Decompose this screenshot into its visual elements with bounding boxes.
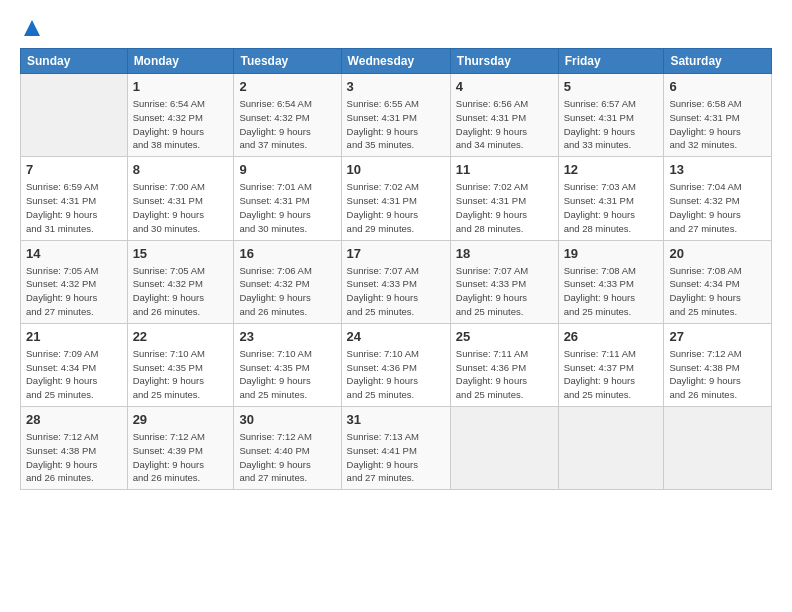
calendar-cell: 9Sunrise: 7:01 AM Sunset: 4:31 PM Daylig… — [234, 157, 341, 240]
day-number: 30 — [239, 411, 335, 429]
day-number: 12 — [564, 161, 659, 179]
day-header-sunday: Sunday — [21, 49, 128, 74]
calendar-cell: 18Sunrise: 7:07 AM Sunset: 4:33 PM Dayli… — [450, 240, 558, 323]
logo — [20, 18, 42, 38]
calendar-week-1: 1Sunrise: 6:54 AM Sunset: 4:32 PM Daylig… — [21, 74, 772, 157]
day-info: Sunrise: 7:12 AM Sunset: 4:39 PM Dayligh… — [133, 430, 229, 485]
day-number: 8 — [133, 161, 229, 179]
day-number: 27 — [669, 328, 766, 346]
day-info: Sunrise: 6:56 AM Sunset: 4:31 PM Dayligh… — [456, 97, 553, 152]
calendar-cell: 26Sunrise: 7:11 AM Sunset: 4:37 PM Dayli… — [558, 323, 664, 406]
day-info: Sunrise: 6:59 AM Sunset: 4:31 PM Dayligh… — [26, 180, 122, 235]
day-number: 29 — [133, 411, 229, 429]
calendar-cell: 15Sunrise: 7:05 AM Sunset: 4:32 PM Dayli… — [127, 240, 234, 323]
day-number: 16 — [239, 245, 335, 263]
day-info: Sunrise: 7:08 AM Sunset: 4:33 PM Dayligh… — [564, 264, 659, 319]
calendar-cell — [21, 74, 128, 157]
calendar-cell: 11Sunrise: 7:02 AM Sunset: 4:31 PM Dayli… — [450, 157, 558, 240]
svg-marker-0 — [24, 20, 40, 36]
calendar-cell: 20Sunrise: 7:08 AM Sunset: 4:34 PM Dayli… — [664, 240, 772, 323]
day-number: 15 — [133, 245, 229, 263]
calendar-cell: 8Sunrise: 7:00 AM Sunset: 4:31 PM Daylig… — [127, 157, 234, 240]
calendar-header-row: SundayMondayTuesdayWednesdayThursdayFrid… — [21, 49, 772, 74]
calendar-table: SundayMondayTuesdayWednesdayThursdayFrid… — [20, 48, 772, 490]
day-info: Sunrise: 7:11 AM Sunset: 4:36 PM Dayligh… — [456, 347, 553, 402]
day-info: Sunrise: 6:54 AM Sunset: 4:32 PM Dayligh… — [239, 97, 335, 152]
calendar-week-3: 14Sunrise: 7:05 AM Sunset: 4:32 PM Dayli… — [21, 240, 772, 323]
day-info: Sunrise: 7:02 AM Sunset: 4:31 PM Dayligh… — [456, 180, 553, 235]
calendar-cell: 17Sunrise: 7:07 AM Sunset: 4:33 PM Dayli… — [341, 240, 450, 323]
day-info: Sunrise: 6:57 AM Sunset: 4:31 PM Dayligh… — [564, 97, 659, 152]
calendar-cell: 29Sunrise: 7:12 AM Sunset: 4:39 PM Dayli… — [127, 407, 234, 490]
calendar-cell: 27Sunrise: 7:12 AM Sunset: 4:38 PM Dayli… — [664, 323, 772, 406]
calendar-cell: 7Sunrise: 6:59 AM Sunset: 4:31 PM Daylig… — [21, 157, 128, 240]
calendar-cell: 28Sunrise: 7:12 AM Sunset: 4:38 PM Dayli… — [21, 407, 128, 490]
day-info: Sunrise: 6:58 AM Sunset: 4:31 PM Dayligh… — [669, 97, 766, 152]
day-info: Sunrise: 7:07 AM Sunset: 4:33 PM Dayligh… — [347, 264, 445, 319]
calendar-cell: 19Sunrise: 7:08 AM Sunset: 4:33 PM Dayli… — [558, 240, 664, 323]
day-number: 4 — [456, 78, 553, 96]
day-number: 23 — [239, 328, 335, 346]
day-info: Sunrise: 7:08 AM Sunset: 4:34 PM Dayligh… — [669, 264, 766, 319]
day-info: Sunrise: 7:12 AM Sunset: 4:40 PM Dayligh… — [239, 430, 335, 485]
day-info: Sunrise: 7:11 AM Sunset: 4:37 PM Dayligh… — [564, 347, 659, 402]
header — [20, 18, 772, 38]
day-info: Sunrise: 7:05 AM Sunset: 4:32 PM Dayligh… — [133, 264, 229, 319]
day-number: 28 — [26, 411, 122, 429]
calendar-cell — [664, 407, 772, 490]
day-header-monday: Monday — [127, 49, 234, 74]
day-number: 10 — [347, 161, 445, 179]
calendar-cell: 4Sunrise: 6:56 AM Sunset: 4:31 PM Daylig… — [450, 74, 558, 157]
day-number: 13 — [669, 161, 766, 179]
day-info: Sunrise: 7:13 AM Sunset: 4:41 PM Dayligh… — [347, 430, 445, 485]
calendar-cell: 10Sunrise: 7:02 AM Sunset: 4:31 PM Dayli… — [341, 157, 450, 240]
day-info: Sunrise: 7:00 AM Sunset: 4:31 PM Dayligh… — [133, 180, 229, 235]
calendar-cell — [558, 407, 664, 490]
day-number: 7 — [26, 161, 122, 179]
calendar-cell: 30Sunrise: 7:12 AM Sunset: 4:40 PM Dayli… — [234, 407, 341, 490]
calendar-cell: 16Sunrise: 7:06 AM Sunset: 4:32 PM Dayli… — [234, 240, 341, 323]
day-info: Sunrise: 7:07 AM Sunset: 4:33 PM Dayligh… — [456, 264, 553, 319]
day-info: Sunrise: 7:12 AM Sunset: 4:38 PM Dayligh… — [669, 347, 766, 402]
day-info: Sunrise: 7:02 AM Sunset: 4:31 PM Dayligh… — [347, 180, 445, 235]
day-number: 18 — [456, 245, 553, 263]
calendar-cell: 21Sunrise: 7:09 AM Sunset: 4:34 PM Dayli… — [21, 323, 128, 406]
day-number: 1 — [133, 78, 229, 96]
day-header-tuesday: Tuesday — [234, 49, 341, 74]
day-info: Sunrise: 7:03 AM Sunset: 4:31 PM Dayligh… — [564, 180, 659, 235]
calendar-cell: 6Sunrise: 6:58 AM Sunset: 4:31 PM Daylig… — [664, 74, 772, 157]
calendar-cell: 25Sunrise: 7:11 AM Sunset: 4:36 PM Dayli… — [450, 323, 558, 406]
day-info: Sunrise: 7:12 AM Sunset: 4:38 PM Dayligh… — [26, 430, 122, 485]
calendar-cell: 12Sunrise: 7:03 AM Sunset: 4:31 PM Dayli… — [558, 157, 664, 240]
day-info: Sunrise: 7:10 AM Sunset: 4:35 PM Dayligh… — [239, 347, 335, 402]
day-info: Sunrise: 7:10 AM Sunset: 4:35 PM Dayligh… — [133, 347, 229, 402]
day-number: 6 — [669, 78, 766, 96]
day-number: 11 — [456, 161, 553, 179]
calendar-cell: 24Sunrise: 7:10 AM Sunset: 4:36 PM Dayli… — [341, 323, 450, 406]
day-number: 5 — [564, 78, 659, 96]
calendar-cell: 5Sunrise: 6:57 AM Sunset: 4:31 PM Daylig… — [558, 74, 664, 157]
logo-triangle-icon — [22, 18, 42, 38]
day-number: 25 — [456, 328, 553, 346]
day-number: 31 — [347, 411, 445, 429]
calendar-cell: 13Sunrise: 7:04 AM Sunset: 4:32 PM Dayli… — [664, 157, 772, 240]
day-number: 14 — [26, 245, 122, 263]
day-info: Sunrise: 7:05 AM Sunset: 4:32 PM Dayligh… — [26, 264, 122, 319]
calendar-cell: 23Sunrise: 7:10 AM Sunset: 4:35 PM Dayli… — [234, 323, 341, 406]
calendar-week-2: 7Sunrise: 6:59 AM Sunset: 4:31 PM Daylig… — [21, 157, 772, 240]
calendar-week-5: 28Sunrise: 7:12 AM Sunset: 4:38 PM Dayli… — [21, 407, 772, 490]
day-header-thursday: Thursday — [450, 49, 558, 74]
day-number: 3 — [347, 78, 445, 96]
day-info: Sunrise: 7:09 AM Sunset: 4:34 PM Dayligh… — [26, 347, 122, 402]
day-info: Sunrise: 6:55 AM Sunset: 4:31 PM Dayligh… — [347, 97, 445, 152]
day-number: 20 — [669, 245, 766, 263]
day-number: 17 — [347, 245, 445, 263]
day-header-saturday: Saturday — [664, 49, 772, 74]
day-info: Sunrise: 7:04 AM Sunset: 4:32 PM Dayligh… — [669, 180, 766, 235]
day-number: 24 — [347, 328, 445, 346]
day-number: 2 — [239, 78, 335, 96]
day-info: Sunrise: 7:01 AM Sunset: 4:31 PM Dayligh… — [239, 180, 335, 235]
day-number: 19 — [564, 245, 659, 263]
day-header-wednesday: Wednesday — [341, 49, 450, 74]
day-info: Sunrise: 7:10 AM Sunset: 4:36 PM Dayligh… — [347, 347, 445, 402]
